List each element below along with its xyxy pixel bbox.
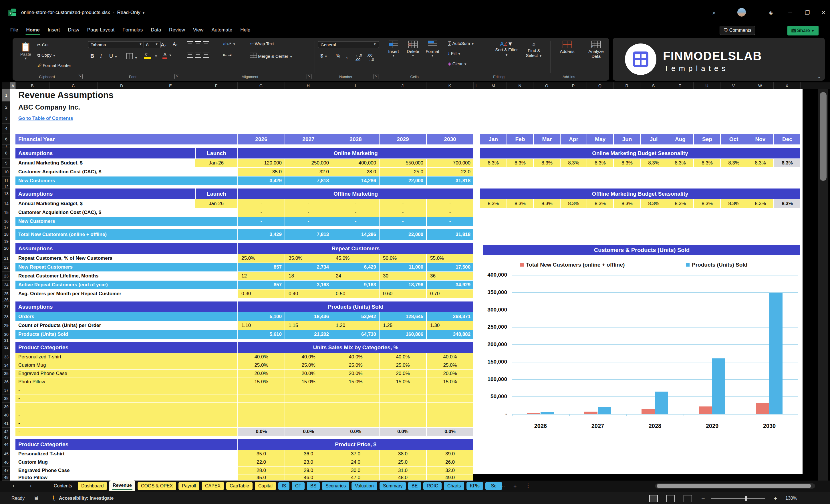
wrap-text-button[interactable]: ↩ Wrap Text xyxy=(250,41,274,46)
offline-seasonality-4[interactable]: 8.3% xyxy=(586,199,613,208)
offline-seasonality-2[interactable]: 8.3% xyxy=(534,199,560,208)
offline-budget-label[interactable]: Annual Marketing Budget, $ xyxy=(15,199,195,208)
mix-val-2-2[interactable]: 20.0% xyxy=(332,370,379,378)
online-seasonality-3[interactable]: 8.3% xyxy=(560,159,586,167)
mix-val-5-4[interactable] xyxy=(426,395,473,403)
repeat-val-0-1[interactable]: 35.0% xyxy=(285,254,332,262)
online-cac-3[interactable]: 25.0 xyxy=(379,168,426,176)
offline-title-header[interactable]: Offline Marketing xyxy=(237,189,473,199)
month-Mar[interactable]: Mar xyxy=(534,134,560,145)
repeat-val-2-0[interactable]: 12 xyxy=(237,272,285,280)
percent-style-button[interactable]: % xyxy=(336,53,340,59)
increase-decimal-button[interactable]: ←.0.00 xyxy=(355,53,362,62)
price-val-1-1[interactable]: 23.0 xyxy=(285,458,332,466)
company-name[interactable]: ABC Company Inc. xyxy=(15,101,473,113)
month-Aug[interactable]: Aug xyxy=(667,134,693,145)
mix-label-8[interactable]: - xyxy=(15,419,237,427)
products-val-2-3[interactable]: 160,806 xyxy=(379,330,426,339)
zoom-level[interactable]: 130% xyxy=(786,492,797,504)
copy-button[interactable]: ⧉ Copy ▼ xyxy=(37,53,56,58)
offline-newcust-1[interactable]: - xyxy=(285,217,332,226)
view-normal-button[interactable] xyxy=(649,492,658,504)
row-header-23[interactable]: 23 xyxy=(2,272,10,281)
align-left-button[interactable] xyxy=(187,53,211,59)
row-header-27[interactable]: 27 xyxy=(2,302,10,312)
mix-val-5-3[interactable] xyxy=(379,395,426,403)
row-header-34[interactable]: 34 xyxy=(2,361,10,370)
mix-val-6-2[interactable] xyxy=(332,403,379,411)
mix-val-4-3[interactable] xyxy=(379,386,426,394)
find-select-button[interactable]: ⌕ Find & Select ▼ xyxy=(522,41,546,58)
align-top-button[interactable] xyxy=(187,41,211,47)
sheet-tab-kpis[interactable]: KPIs xyxy=(467,482,483,490)
repeat-val-4-4[interactable]: 0.70 xyxy=(426,289,473,298)
mix-val-4-2[interactable] xyxy=(332,386,379,394)
row-header-29[interactable]: 29 xyxy=(2,321,10,330)
mix-val-8-1[interactable] xyxy=(285,419,332,427)
mix-val-6-0[interactable] xyxy=(237,403,285,411)
fill-color-dropdown[interactable]: ▼ xyxy=(154,53,158,58)
repeat-val-0-3[interactable]: 50.0% xyxy=(379,254,426,262)
row-header-14[interactable]: 14 xyxy=(2,199,10,208)
online-seasonality-11[interactable]: 8.3% xyxy=(774,159,800,167)
mix-val-2-4[interactable]: 20.0% xyxy=(426,370,473,378)
mix-val-1-0[interactable]: 25.0% xyxy=(237,361,285,369)
sheet-options-icon[interactable]: ⋮ xyxy=(525,482,531,489)
number-dialog-launcher[interactable]: ⇲ xyxy=(374,74,378,79)
row-header-26[interactable]: 26 xyxy=(2,298,10,302)
font-name-select[interactable]: Tahoma▼ xyxy=(88,41,145,48)
underline-button[interactable]: U ▼ xyxy=(109,53,118,59)
menu-tab-home[interactable]: Home xyxy=(22,25,43,36)
repeat-label-4[interactable]: Avg. Orders per Month per Repeat Custome… xyxy=(15,289,237,298)
menu-tab-data[interactable]: Data xyxy=(147,25,165,36)
column-header-E[interactable]: E xyxy=(146,83,195,89)
repeat-val-1-2[interactable]: 6,429 xyxy=(332,263,379,272)
row-header-40[interactable]: 40 xyxy=(2,411,10,419)
repeat-val-1-1[interactable]: 2,734 xyxy=(285,263,332,272)
fill-color-button[interactable]: 🜄 xyxy=(144,52,151,59)
online-newcust-1[interactable]: 7,813 xyxy=(285,177,332,185)
format-cells-button[interactable]: Format▼ xyxy=(423,41,442,57)
mix-label-0[interactable]: Personalized T-shirt xyxy=(15,353,237,361)
sort-filter-button[interactable]: AZ▼ Sort & Filter ▼ xyxy=(494,41,519,57)
online-newcust-4[interactable]: 31,818 xyxy=(426,177,473,185)
row-header-6[interactable]: 6 xyxy=(2,134,10,145)
mix-label-2[interactable]: Engraved Phone Case xyxy=(15,370,237,378)
repeat-val-1-0[interactable]: 857 xyxy=(237,263,285,272)
month-Sep[interactable]: Sep xyxy=(694,134,720,145)
sheet-tab-captable[interactable]: CapTable xyxy=(226,482,253,490)
price-val-1-4[interactable]: 26.0 xyxy=(426,458,473,466)
row-header-16[interactable]: 16 xyxy=(2,217,10,226)
grow-font-button[interactable]: A˄ xyxy=(161,42,166,48)
row-header-12[interactable]: 12 xyxy=(2,185,10,189)
online-newcust-label[interactable]: New Customers xyxy=(15,177,237,185)
macro-record-icon[interactable]: 🖩 xyxy=(34,492,39,504)
mix-val-3-2[interactable]: 15.0% xyxy=(332,378,379,386)
row-header-47[interactable]: 47 xyxy=(2,467,10,475)
products-val-0-0[interactable]: 5,100 xyxy=(237,312,285,321)
offline-assumptions-header[interactable]: Assumptions xyxy=(15,189,195,199)
row-header-43[interactable]: 43 xyxy=(2,436,10,439)
sheet-tab-be[interactable]: BE xyxy=(408,482,421,490)
offline-seasonality-7[interactable]: 8.3% xyxy=(667,199,693,208)
total-new-customers-3[interactable]: 22,000 xyxy=(379,229,426,240)
italic-button[interactable]: I xyxy=(100,53,102,59)
mix-label-4[interactable]: - xyxy=(15,386,237,394)
horizontal-scrollbar-thumb[interactable] xyxy=(657,484,811,488)
zoom-out-button[interactable]: − xyxy=(701,492,705,504)
products-label-2[interactable]: Products (Units) Sold xyxy=(15,330,237,339)
close-button[interactable]: ✕ xyxy=(819,8,828,18)
row-header-36[interactable]: 36 xyxy=(2,378,10,386)
column-header-B[interactable]: B xyxy=(15,83,50,89)
products-assumptions-header[interactable]: Assumptions xyxy=(15,302,237,312)
mix-label-1[interactable]: Custom Mug xyxy=(15,361,237,369)
sheet-tab-capital[interactable]: Capital xyxy=(255,482,276,490)
price-val-0-1[interactable]: 36.0 xyxy=(285,450,332,458)
offline-seasonality-11[interactable]: 8.3% xyxy=(774,199,800,208)
mix-val-8-2[interactable] xyxy=(332,419,379,427)
online-seasonality-9[interactable]: 8.3% xyxy=(720,159,747,167)
mix-label-3[interactable]: Photo Pillow xyxy=(15,378,237,386)
products-val-1-1[interactable]: 1.15 xyxy=(285,321,332,330)
price-val-1-2[interactable]: 24.0 xyxy=(332,458,379,466)
column-header-Q[interactable]: Q xyxy=(586,83,613,89)
